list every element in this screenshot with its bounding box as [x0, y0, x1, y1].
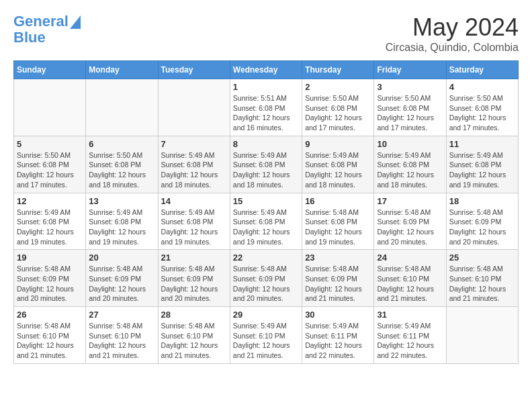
- calendar-cell: 15Sunrise: 5:49 AMSunset: 6:08 PMDayligh…: [230, 193, 302, 250]
- calendar-cell: 25Sunrise: 5:48 AMSunset: 6:10 PMDayligh…: [446, 250, 518, 307]
- day-number: 3: [377, 82, 443, 92]
- day-number: 19: [17, 253, 83, 263]
- day-number: 31: [377, 310, 443, 320]
- day-header-monday: Monday: [86, 61, 158, 79]
- day-info: Sunrise: 5:49 AMSunset: 6:08 PMDaylight:…: [161, 150, 227, 190]
- calendar-cell: [158, 79, 230, 136]
- week-row-5: 26Sunrise: 5:48 AMSunset: 6:10 PMDayligh…: [14, 307, 519, 364]
- calendar-cell: 14Sunrise: 5:49 AMSunset: 6:08 PMDayligh…: [158, 193, 230, 250]
- calendar-cell: [14, 79, 86, 136]
- day-info: Sunrise: 5:48 AMSunset: 6:09 PMDaylight:…: [89, 264, 154, 304]
- calendar-cell: 11Sunrise: 5:49 AMSunset: 6:08 PMDayligh…: [446, 136, 518, 193]
- day-info: Sunrise: 5:50 AMSunset: 6:08 PMDaylight:…: [377, 93, 443, 133]
- day-info: Sunrise: 5:50 AMSunset: 6:08 PMDaylight:…: [305, 93, 371, 133]
- calendar-cell: 6Sunrise: 5:50 AMSunset: 6:08 PMDaylight…: [86, 136, 158, 193]
- day-header-sunday: Sunday: [14, 61, 86, 79]
- day-info: Sunrise: 5:49 AMSunset: 6:11 PMDaylight:…: [305, 321, 371, 361]
- location-subtitle: Circasia, Quindio, Colombia: [386, 42, 519, 54]
- day-number: 24: [377, 253, 443, 263]
- day-header-thursday: Thursday: [302, 61, 374, 79]
- day-number: 2: [305, 82, 371, 92]
- day-info: Sunrise: 5:49 AMSunset: 6:11 PMDaylight:…: [377, 321, 443, 361]
- day-header-tuesday: Tuesday: [158, 61, 230, 79]
- day-number: 27: [89, 310, 154, 320]
- month-title: May 2024: [386, 13, 519, 42]
- week-row-1: 1Sunrise: 5:51 AMSunset: 6:08 PMDaylight…: [14, 79, 519, 136]
- calendar-cell: 30Sunrise: 5:49 AMSunset: 6:11 PMDayligh…: [302, 307, 374, 364]
- calendar-cell: 10Sunrise: 5:49 AMSunset: 6:08 PMDayligh…: [374, 136, 446, 193]
- day-number: 28: [161, 310, 227, 320]
- calendar-cell: 18Sunrise: 5:48 AMSunset: 6:09 PMDayligh…: [446, 193, 518, 250]
- day-info: Sunrise: 5:50 AMSunset: 6:08 PMDaylight:…: [449, 93, 515, 133]
- logo-icon: [70, 15, 81, 29]
- calendar-cell: [86, 79, 158, 136]
- day-info: Sunrise: 5:49 AMSunset: 6:08 PMDaylight:…: [305, 150, 371, 190]
- day-number: 12: [17, 196, 83, 206]
- calendar-cell: 24Sunrise: 5:48 AMSunset: 6:10 PMDayligh…: [374, 250, 446, 307]
- calendar-cell: 21Sunrise: 5:48 AMSunset: 6:09 PMDayligh…: [158, 250, 230, 307]
- day-info: Sunrise: 5:48 AMSunset: 6:09 PMDaylight:…: [161, 264, 227, 304]
- day-number: 15: [233, 196, 299, 206]
- calendar-cell: 22Sunrise: 5:48 AMSunset: 6:09 PMDayligh…: [230, 250, 302, 307]
- day-info: Sunrise: 5:48 AMSunset: 6:10 PMDaylight:…: [17, 321, 83, 361]
- calendar-cell: 28Sunrise: 5:48 AMSunset: 6:10 PMDayligh…: [158, 307, 230, 364]
- day-number: 23: [305, 253, 371, 263]
- day-number: 1: [233, 82, 299, 92]
- day-info: Sunrise: 5:48 AMSunset: 6:09 PMDaylight:…: [17, 264, 83, 304]
- day-header-friday: Friday: [374, 61, 446, 79]
- day-number: 30: [305, 310, 371, 320]
- calendar-cell: 17Sunrise: 5:48 AMSunset: 6:09 PMDayligh…: [374, 193, 446, 250]
- day-info: Sunrise: 5:49 AMSunset: 6:08 PMDaylight:…: [449, 150, 515, 190]
- day-info: Sunrise: 5:50 AMSunset: 6:08 PMDaylight:…: [89, 150, 154, 190]
- week-row-4: 19Sunrise: 5:48 AMSunset: 6:09 PMDayligh…: [14, 250, 519, 307]
- day-info: Sunrise: 5:49 AMSunset: 6:10 PMDaylight:…: [233, 321, 299, 361]
- day-number: 26: [17, 310, 83, 320]
- calendar-table: SundayMondayTuesdayWednesdayThursdayFrid…: [13, 60, 519, 364]
- calendar-cell: 16Sunrise: 5:48 AMSunset: 6:08 PMDayligh…: [302, 193, 374, 250]
- calendar-cell: 13Sunrise: 5:49 AMSunset: 6:08 PMDayligh…: [86, 193, 158, 250]
- calendar-cell: 4Sunrise: 5:50 AMSunset: 6:08 PMDaylight…: [446, 79, 518, 136]
- day-number: 4: [449, 82, 515, 92]
- week-row-3: 12Sunrise: 5:49 AMSunset: 6:08 PMDayligh…: [14, 193, 519, 250]
- calendar-cell: 19Sunrise: 5:48 AMSunset: 6:09 PMDayligh…: [14, 250, 86, 307]
- day-number: 16: [305, 196, 371, 206]
- calendar-cell: 29Sunrise: 5:49 AMSunset: 6:10 PMDayligh…: [230, 307, 302, 364]
- calendar-header-row: SundayMondayTuesdayWednesdayThursdayFrid…: [14, 61, 519, 79]
- calendar-cell: 26Sunrise: 5:48 AMSunset: 6:10 PMDayligh…: [14, 307, 86, 364]
- calendar-cell: 23Sunrise: 5:48 AMSunset: 6:09 PMDayligh…: [302, 250, 374, 307]
- day-info: Sunrise: 5:48 AMSunset: 6:10 PMDaylight:…: [161, 321, 227, 361]
- calendar-cell: 1Sunrise: 5:51 AMSunset: 6:08 PMDaylight…: [230, 79, 302, 136]
- day-number: 8: [233, 139, 299, 149]
- calendar-cell: 3Sunrise: 5:50 AMSunset: 6:08 PMDaylight…: [374, 79, 446, 136]
- page-header: General Blue May 2024 Circasia, Quindio,…: [13, 13, 519, 54]
- day-info: Sunrise: 5:49 AMSunset: 6:08 PMDaylight:…: [17, 208, 83, 247]
- svg-marker-0: [70, 15, 81, 29]
- day-info: Sunrise: 5:48 AMSunset: 6:09 PMDaylight:…: [449, 208, 515, 247]
- day-header-wednesday: Wednesday: [230, 61, 302, 79]
- calendar-cell: 7Sunrise: 5:49 AMSunset: 6:08 PMDaylight…: [158, 136, 230, 193]
- day-info: Sunrise: 5:48 AMSunset: 6:10 PMDaylight:…: [449, 264, 515, 304]
- day-info: Sunrise: 5:48 AMSunset: 6:09 PMDaylight:…: [233, 264, 299, 304]
- logo-text: General: [13, 13, 69, 30]
- day-info: Sunrise: 5:48 AMSunset: 6:08 PMDaylight:…: [305, 208, 371, 247]
- calendar-cell: 27Sunrise: 5:48 AMSunset: 6:10 PMDayligh…: [86, 307, 158, 364]
- day-info: Sunrise: 5:49 AMSunset: 6:08 PMDaylight:…: [89, 208, 154, 247]
- day-number: 17: [377, 196, 443, 206]
- logo-blue-text: Blue: [13, 29, 46, 46]
- day-info: Sunrise: 5:49 AMSunset: 6:08 PMDaylight:…: [233, 208, 299, 247]
- calendar-cell: 31Sunrise: 5:49 AMSunset: 6:11 PMDayligh…: [374, 307, 446, 364]
- day-number: 11: [449, 139, 515, 149]
- day-number: 18: [449, 196, 515, 206]
- calendar-cell: 8Sunrise: 5:49 AMSunset: 6:08 PMDaylight…: [230, 136, 302, 193]
- calendar-cell: [446, 307, 518, 364]
- day-header-saturday: Saturday: [446, 61, 518, 79]
- day-info: Sunrise: 5:49 AMSunset: 6:08 PMDaylight:…: [161, 208, 227, 247]
- day-info: Sunrise: 5:48 AMSunset: 6:09 PMDaylight:…: [305, 264, 371, 304]
- calendar-cell: 9Sunrise: 5:49 AMSunset: 6:08 PMDaylight…: [302, 136, 374, 193]
- logo: General Blue: [13, 13, 81, 46]
- week-row-2: 5Sunrise: 5:50 AMSunset: 6:08 PMDaylight…: [14, 136, 519, 193]
- day-info: Sunrise: 5:49 AMSunset: 6:08 PMDaylight:…: [233, 150, 299, 190]
- day-number: 25: [449, 253, 515, 263]
- day-number: 13: [89, 196, 154, 206]
- day-number: 5: [17, 139, 83, 149]
